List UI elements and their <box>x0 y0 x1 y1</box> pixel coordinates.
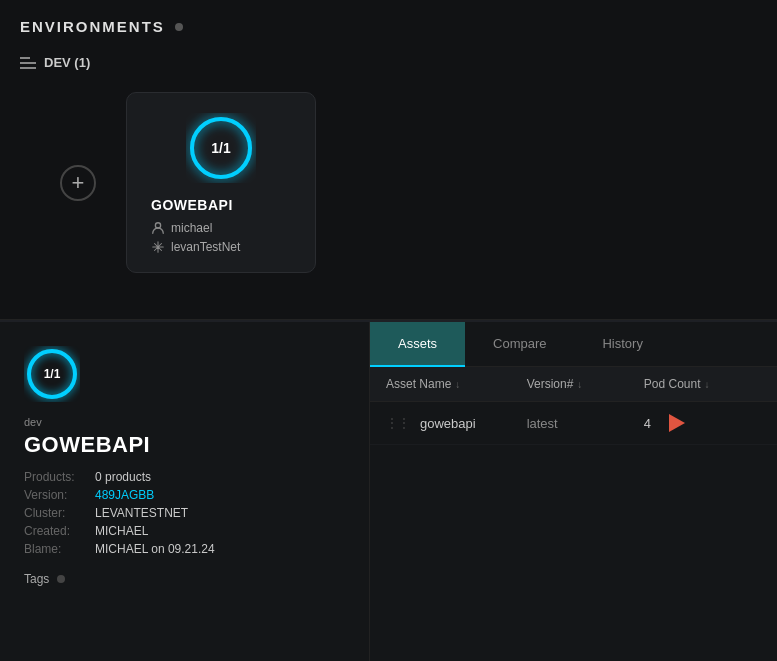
cluster-row: Cluster: LEVANTESTNET <box>24 506 345 520</box>
svg-point-9 <box>155 223 160 228</box>
products-row: Products: 0 products <box>24 470 345 484</box>
ring-label: 1/1 <box>211 140 230 156</box>
page-title: ENVIRONMENTS <box>20 18 165 35</box>
products-value: 0 products <box>95 470 151 484</box>
card-user: michael <box>171 221 212 235</box>
card-meta: michael levanTestNet <box>151 221 291 254</box>
cluster-value: LEVANTESTNET <box>95 506 188 520</box>
card-user-row: michael <box>151 221 291 235</box>
environment-card[interactable]: 1/1 GOWEBAPI michael levanTestNet <box>126 92 316 273</box>
card-network-row: levanTestNet <box>151 240 291 254</box>
sort-pod-icon[interactable]: ↓ <box>705 379 710 390</box>
cluster-label: Cluster: <box>24 506 89 520</box>
tab-assets[interactable]: Assets <box>370 322 465 367</box>
th-pod-count: Pod Count ↓ <box>644 377 761 391</box>
dev-section-header: DEV (1) <box>0 49 777 76</box>
ring-container: 1/1 <box>151 113 291 183</box>
tab-history[interactable]: History <box>574 322 670 367</box>
blame-label: Blame: <box>24 542 89 556</box>
environments-header: ENVIRONMENTS <box>0 0 777 49</box>
info-grid: Products: 0 products Version: 489JAGBB C… <box>24 470 345 556</box>
created-label: Created: <box>24 524 89 538</box>
table-row[interactable]: ⋮⋮ gowebapi latest 4 <box>370 402 777 445</box>
hamburger-icon[interactable] <box>20 57 36 69</box>
assets-panel: Assets Compare History Asset Name ↓ Vers… <box>370 322 777 661</box>
bottom-section: 1/1 dev GOWEBAPI Products: 0 products Ve… <box>0 320 777 661</box>
blame-value: MICHAEL on 09.21.24 <box>95 542 215 556</box>
tags-dot <box>57 575 65 583</box>
card-service-name: GOWEBAPI <box>151 197 291 213</box>
tags-row: Tags <box>24 572 345 586</box>
sort-version-icon[interactable]: ↓ <box>577 379 582 390</box>
td-asset-name: ⋮⋮ gowebapi <box>386 416 527 431</box>
network-icon <box>151 240 165 254</box>
drag-handle-icon: ⋮⋮ <box>386 416 410 430</box>
created-value: MICHAEL <box>95 524 148 538</box>
version-value: 489JAGBB <box>95 488 154 502</box>
user-icon <box>151 221 165 235</box>
env-tag: dev <box>24 416 345 428</box>
th-asset-name: Asset Name ↓ <box>386 377 527 391</box>
top-section: ENVIRONMENTS DEV (1) + 1/1 GOWEBAPI <box>0 0 777 320</box>
table-header: Asset Name ↓ Version# ↓ Pod Count ↓ <box>370 367 777 402</box>
tab-compare[interactable]: Compare <box>465 322 574 367</box>
tabs-bar: Assets Compare History <box>370 322 777 367</box>
assets-table: Asset Name ↓ Version# ↓ Pod Count ↓ ⋮⋮ g… <box>370 367 777 661</box>
created-row: Created: MICHAEL <box>24 524 345 538</box>
dev-label: DEV (1) <box>44 55 90 70</box>
td-pod-count: 4 <box>644 414 761 432</box>
sort-asset-icon[interactable]: ↓ <box>455 379 460 390</box>
header-dot <box>175 23 183 31</box>
blame-row: Blame: MICHAEL on 09.21.24 <box>24 542 345 556</box>
products-label: Products: <box>24 470 89 484</box>
th-version: Version# ↓ <box>527 377 644 391</box>
arrow-indicator-icon <box>669 414 685 432</box>
tags-label: Tags <box>24 572 49 586</box>
progress-ring: 1/1 <box>186 113 256 183</box>
detail-ring: 1/1 <box>24 346 80 402</box>
detail-ring-label: 1/1 <box>44 367 61 381</box>
add-environment-button[interactable]: + <box>60 165 96 201</box>
card-network: levanTestNet <box>171 240 240 254</box>
version-row: Version: 489JAGBB <box>24 488 345 502</box>
detail-panel: 1/1 dev GOWEBAPI Products: 0 products Ve… <box>0 322 370 661</box>
td-version: latest <box>527 416 644 431</box>
version-label: Version: <box>24 488 89 502</box>
cards-area: + 1/1 GOWEBAPI michael <box>0 76 777 289</box>
detail-service-name: GOWEBAPI <box>24 432 345 458</box>
